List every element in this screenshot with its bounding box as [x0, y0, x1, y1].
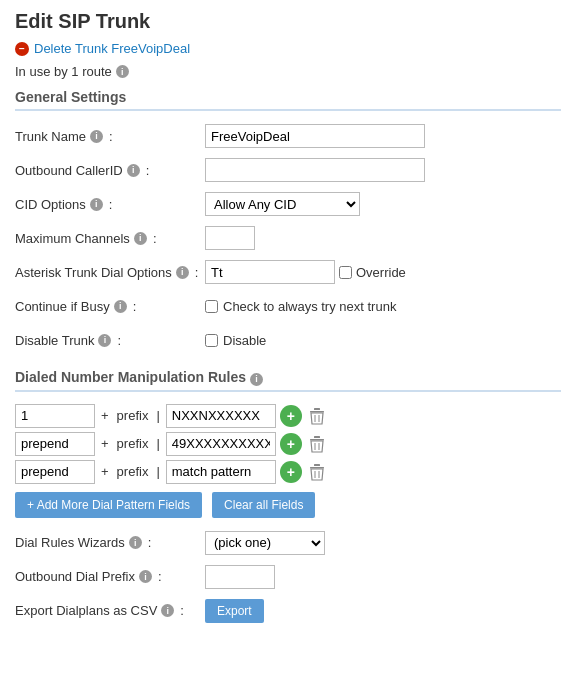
- cid-options-row: CID Options i : Allow Any CID Block Fore…: [15, 191, 561, 217]
- max-channels-input[interactable]: [205, 226, 255, 250]
- svg-rect-9: [314, 464, 320, 466]
- override-label: Override: [356, 265, 406, 280]
- dial-pattern-row: + prefix | +: [15, 404, 561, 428]
- delete-icon: −: [15, 42, 29, 56]
- add-row-2-button[interactable]: +: [280, 433, 302, 455]
- outbound-prefix-info-icon: i: [139, 570, 152, 583]
- max-channels-info-icon: i: [134, 232, 147, 245]
- svg-rect-5: [314, 436, 320, 438]
- dial-pattern-row: + prefix | +: [15, 432, 561, 456]
- export-csv-control: Export: [205, 599, 561, 623]
- continue-busy-label: Continue if Busy i :: [15, 299, 205, 314]
- dial-options-info-icon: i: [176, 266, 189, 279]
- trunk-name-control: [205, 124, 561, 148]
- general-settings-section: General Settings Trunk Name i : Outbound…: [15, 89, 561, 353]
- svg-rect-1: [314, 408, 320, 410]
- trash-icon-1: [309, 407, 325, 425]
- prepend-input-3[interactable]: [15, 460, 95, 484]
- dial-options-control: Override: [205, 260, 561, 284]
- trunk-name-input[interactable]: [205, 124, 425, 148]
- outbound-callerid-label: Outbound CallerID i :: [15, 163, 205, 178]
- dial-action-buttons: + Add More Dial Pattern Fields Clear all…: [15, 492, 561, 518]
- svg-rect-0: [310, 411, 324, 413]
- svg-rect-8: [310, 467, 324, 469]
- override-checkbox[interactable]: [339, 266, 352, 279]
- continue-busy-row: Continue if Busy i : Check to always try…: [15, 293, 561, 319]
- outbound-prefix-input[interactable]: [205, 565, 275, 589]
- export-csv-label: Export Dialplans as CSV i :: [15, 603, 205, 618]
- clear-all-button[interactable]: Clear all Fields: [212, 492, 315, 518]
- dial-rules-row: Dial Rules Wizards i : (pick one) USA UK…: [15, 530, 561, 556]
- dial-pattern-row: + prefix | +: [15, 460, 561, 484]
- disable-trunk-check-label: Disable: [223, 333, 266, 348]
- trash-icon-2: [309, 435, 325, 453]
- outbound-prefix-control: [205, 565, 561, 589]
- svg-rect-4: [310, 439, 324, 441]
- add-more-button[interactable]: + Add More Dial Pattern Fields: [15, 492, 202, 518]
- dial-patterns-table: + prefix | + + prefix | +: [15, 404, 561, 484]
- max-channels-control: [205, 226, 561, 250]
- match-input-3[interactable]: [166, 460, 276, 484]
- dial-options-label: Asterisk Trunk Dial Options i :: [15, 265, 205, 280]
- trash-icon-3: [309, 463, 325, 481]
- disable-trunk-row: Disable Trunk i : Disable: [15, 327, 561, 353]
- outbound-prefix-row: Outbound Dial Prefix i :: [15, 564, 561, 590]
- continue-busy-check-label: Check to always try next trunk: [223, 299, 396, 314]
- match-input-2[interactable]: [166, 432, 276, 456]
- prepend-input-1[interactable]: [15, 404, 95, 428]
- disable-trunk-label: Disable Trunk i :: [15, 333, 205, 348]
- cid-options-label: CID Options i :: [15, 197, 205, 212]
- add-row-1-button[interactable]: +: [280, 405, 302, 427]
- dial-rules-label: Dial Rules Wizards i :: [15, 535, 205, 550]
- dial-rules-select[interactable]: (pick one) USA UK Australia: [205, 531, 325, 555]
- disable-trunk-info-icon: i: [98, 334, 111, 347]
- delete-row-1-button[interactable]: [306, 405, 328, 427]
- outbound-callerid-control: [205, 158, 561, 182]
- cid-options-control: Allow Any CID Block Foreign CIDs Force R…: [205, 192, 561, 216]
- trunk-name-row: Trunk Name i :: [15, 123, 561, 149]
- in-use-row: In use by 1 route i: [15, 64, 561, 79]
- outbound-callerid-info-icon: i: [127, 164, 140, 177]
- outbound-callerid-row: Outbound CallerID i :: [15, 157, 561, 183]
- export-csv-row: Export Dialplans as CSV i : Export: [15, 598, 561, 624]
- add-row-3-button[interactable]: +: [280, 461, 302, 483]
- dialed-number-info-icon: i: [250, 373, 263, 386]
- outbound-callerid-input[interactable]: [205, 158, 425, 182]
- prepend-input-2[interactable]: [15, 432, 95, 456]
- trunk-name-label: Trunk Name i :: [15, 129, 205, 144]
- outbound-prefix-label: Outbound Dial Prefix i :: [15, 569, 205, 584]
- export-csv-info-icon: i: [161, 604, 174, 617]
- continue-busy-info-icon: i: [114, 300, 127, 313]
- match-input-1[interactable]: [166, 404, 276, 428]
- general-settings-header: General Settings: [15, 89, 561, 111]
- disable-trunk-checkbox[interactable]: [205, 334, 218, 347]
- in-use-info-icon: i: [116, 65, 129, 78]
- continue-busy-checkbox[interactable]: [205, 300, 218, 313]
- delete-trunk-link[interactable]: − Delete Trunk FreeVoipDeal: [15, 41, 561, 56]
- page-title: Edit SIP Trunk: [15, 10, 561, 33]
- cid-options-info-icon: i: [90, 198, 103, 211]
- delete-row-2-button[interactable]: [306, 433, 328, 455]
- dialed-number-header: Dialed Number Manipulation Rules i: [15, 369, 561, 392]
- trunk-name-info-icon: i: [90, 130, 103, 143]
- dial-options-row: Asterisk Trunk Dial Options i : Override: [15, 259, 561, 285]
- dial-rules-control: (pick one) USA UK Australia: [205, 531, 561, 555]
- delete-trunk-label: Delete Trunk FreeVoipDeal: [34, 41, 190, 56]
- max-channels-row: Maximum Channels i :: [15, 225, 561, 251]
- continue-busy-control: Check to always try next trunk: [205, 299, 561, 314]
- max-channels-label: Maximum Channels i :: [15, 231, 205, 246]
- cid-options-select[interactable]: Allow Any CID Block Foreign CIDs Force R…: [205, 192, 360, 216]
- export-button[interactable]: Export: [205, 599, 264, 623]
- disable-trunk-control: Disable: [205, 333, 561, 348]
- delete-row-3-button[interactable]: [306, 461, 328, 483]
- dial-rules-info-icon: i: [129, 536, 142, 549]
- dial-options-input[interactable]: [205, 260, 335, 284]
- dialed-number-section: Dialed Number Manipulation Rules i + pre…: [15, 369, 561, 624]
- in-use-text: In use by 1 route: [15, 64, 112, 79]
